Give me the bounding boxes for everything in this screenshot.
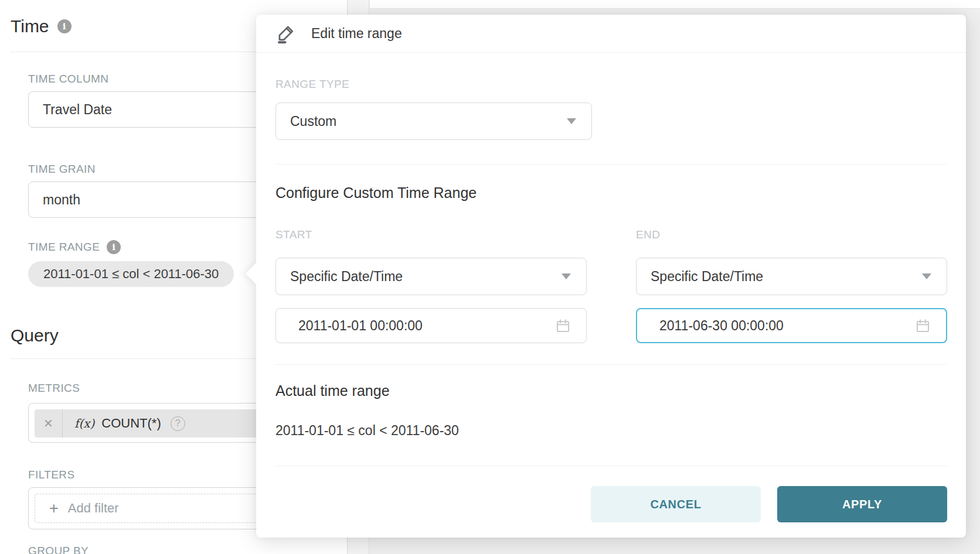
metrics-label-text: METRICS [28,382,80,395]
group-by-label-text: GROUP BY [28,545,89,554]
metrics-label: METRICS [28,382,80,395]
range-type-label-text: RANGE TYPE [275,78,349,90]
query-section-label: Query [11,326,59,346]
chart-area-header-strip [370,0,980,9]
time-grain-label-text: TIME GRAIN [28,163,96,176]
time-range-pill[interactable]: 2011-01-01 ≤ col < 2011-06-30 [28,261,234,287]
range-type-label: RANGE TYPE [275,78,349,91]
filters-label-text: FILTERS [28,468,75,481]
time-column-label-text: TIME COLUMN [28,73,108,86]
time-range-pill-value: 2011-01-01 ≤ col < 2011-06-30 [43,266,219,282]
group-by-label: GROUP BY [28,545,89,554]
start-datetime-input[interactable] [276,318,555,334]
cancel-button[interactable]: CANCEL [591,486,761,522]
start-datetime-field [275,308,587,343]
start-label-text: START [275,228,312,241]
chevron-down-icon [562,273,571,279]
metric-chip-value: COUNT(*) [101,416,161,431]
configure-heading: Configure Custom Time Range [275,184,477,201]
screen: Time i TIME COLUMN Travel Date TIME GRAI… [0,0,980,554]
time-column-value: Travel Date [29,102,112,118]
time-section-label: Time [11,16,49,36]
time-section-title: Time i [11,16,72,36]
time-range-label-text: TIME RANGE [28,241,100,254]
chevron-down-icon [567,118,576,124]
footer-divider [275,466,947,466]
close-icon[interactable]: ✕ [35,409,63,437]
section-divider [275,364,947,365]
edit-pencil-icon [275,23,297,44]
add-filter-label: Add filter [68,501,119,516]
question-icon[interactable]: ? [171,416,185,431]
chevron-down-icon [922,273,931,279]
function-icon: f(x) [74,416,94,430]
time-column-label: TIME COLUMN [28,73,108,86]
time-grain-label: TIME GRAIN [28,163,96,176]
calendar-icon[interactable] [555,318,571,334]
end-mode-select[interactable]: Specific Date/Time [636,258,947,295]
end-mode-value: Specific Date/Time [637,269,922,285]
start-mode-select[interactable]: Specific Date/Time [275,258,587,295]
end-label-text: END [636,228,660,241]
end-label: END [636,228,660,241]
apply-button[interactable]: APPLY [777,486,947,522]
time-range-label: TIME RANGE i [28,240,121,254]
actual-range-heading: Actual time range [275,382,390,399]
filters-label: FILTERS [28,468,75,481]
start-mode-value: Specific Date/Time [276,269,562,285]
end-datetime-field [636,308,947,343]
info-icon[interactable]: i [57,19,72,33]
section-divider [275,164,947,165]
edit-time-range-popover: Edit time range RANGE TYPE Custom Config… [256,15,966,538]
plus-icon: + [49,501,59,517]
query-section-title: Query [11,326,59,346]
range-type-value: Custom [276,114,567,129]
actual-range-value: 2011-01-01 ≤ col < 2011-06-30 [275,423,459,439]
end-datetime-input[interactable] [637,318,915,334]
calendar-icon[interactable] [915,318,931,334]
time-grain-value: month [29,192,80,208]
popover-header: Edit time range [256,15,966,53]
info-icon[interactable]: i [107,240,121,254]
range-type-select[interactable]: Custom [275,102,592,140]
start-label: START [275,228,312,241]
popover-title: Edit time range [311,26,402,42]
